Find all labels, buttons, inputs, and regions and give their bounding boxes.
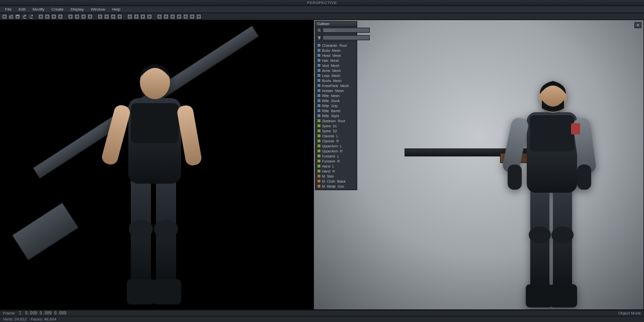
- status-coords: 0.000 0.000 0.000: [25, 311, 66, 315]
- filter-icon[interactable]: [317, 35, 321, 40]
- graph-icon[interactable]: [196, 14, 202, 20]
- outliner-item[interactable]: Spine_02: [315, 128, 357, 133]
- menu-item-help[interactable]: Help: [109, 7, 123, 12]
- outliner-item[interactable]: Rifle_Stock: [315, 98, 357, 103]
- outliner-item-label: Character_Root: [322, 44, 347, 47]
- svg-rect-11: [99, 15, 102, 18]
- outliner-item[interactable]: Legs_Mesh: [315, 73, 357, 78]
- snap-icon[interactable]: [156, 14, 163, 20]
- svg-rect-34: [100, 104, 131, 166]
- curve-icon[interactable]: [80, 14, 87, 20]
- light-icon[interactable]: [133, 14, 139, 20]
- menu-item-modify[interactable]: Modify: [30, 7, 48, 12]
- wire-icon[interactable]: [163, 14, 169, 20]
- outliner-item[interactable]: Rifle_Sight: [315, 113, 357, 118]
- outliner-filter-input[interactable]: [323, 35, 370, 40]
- outliner-item-label: M_Cloth_Black: [322, 180, 346, 183]
- viewport-right[interactable]: × Outliner Character_RootBody_MeshHead_M…: [314, 20, 644, 309]
- outliner-item[interactable]: Head_Mesh: [315, 53, 357, 58]
- outliner-item[interactable]: Rifle_Grip: [315, 103, 357, 108]
- viewport-close-button[interactable]: ×: [634, 22, 641, 28]
- svg-rect-10: [89, 15, 92, 18]
- menu-bar: FileEditModifyCreateDisplayWindowHelp: [0, 6, 644, 13]
- outliner-item[interactable]: M_Metal_Gun: [315, 184, 357, 189]
- bone-icon: [317, 144, 321, 148]
- status-bar-bottom: Verts: 24,812 Faces: 48,604: [0, 316, 644, 322]
- menu-item-create[interactable]: Create: [48, 7, 66, 12]
- outliner-item[interactable]: Boots_Mesh: [315, 78, 357, 83]
- surface-icon[interactable]: [74, 14, 80, 20]
- outliner-item-label: Rifle_Sight: [322, 114, 339, 118]
- open-icon[interactable]: [8, 14, 14, 20]
- outliner-item-label: UpperArm_L: [322, 144, 342, 148]
- outliner-item[interactable]: Arms_Mesh: [315, 68, 357, 73]
- viewport-left[interactable]: [0, 20, 314, 309]
- rotate-icon[interactable]: [51, 14, 57, 20]
- outliner-item[interactable]: Rifle_Barrel: [315, 108, 357, 113]
- outliner-item[interactable]: Forearm_R: [315, 158, 357, 164]
- outliner-item[interactable]: Forearm_L: [315, 153, 357, 158]
- svg-rect-42: [526, 284, 553, 307]
- mesh-icon[interactable]: [67, 14, 73, 20]
- outliner-item[interactable]: KneePads_Mesh: [315, 83, 357, 88]
- outliner-item-label: Rifle_Mesh: [322, 94, 340, 98]
- outliner-item[interactable]: Hand_L: [315, 164, 357, 169]
- uv-icon[interactable]: [183, 14, 189, 20]
- svg-rect-24: [191, 15, 194, 18]
- search-icon[interactable]: [317, 28, 321, 33]
- select-icon[interactable]: [38, 14, 44, 20]
- scale-icon[interactable]: [57, 14, 63, 20]
- smooth-icon[interactable]: [176, 14, 182, 20]
- outliner-item-label: Hand_L: [322, 165, 335, 168]
- outliner-item-label: Clavicle_R: [322, 139, 339, 143]
- bone-icon: [317, 159, 321, 163]
- outliner-item[interactable]: Hand_R: [315, 169, 357, 174]
- undo-icon[interactable]: [21, 14, 27, 20]
- camera-icon[interactable]: [140, 14, 146, 20]
- mesh-icon: [317, 104, 321, 108]
- svg-rect-21: [171, 15, 174, 18]
- outliner-item[interactable]: Spine_01: [315, 123, 357, 128]
- workspace: × Outliner Character_RootBody_MeshHead_M…: [0, 20, 644, 310]
- menu-item-display[interactable]: Display: [67, 7, 87, 12]
- outliner-item[interactable]: Vest_Mesh: [315, 63, 357, 68]
- outliner-search-input[interactable]: [323, 28, 370, 33]
- character-right: [482, 48, 613, 309]
- mesh-icon: [317, 78, 321, 83]
- joint-icon[interactable]: [97, 14, 103, 20]
- grid-icon[interactable]: [146, 14, 152, 20]
- redo-icon[interactable]: [28, 14, 34, 20]
- render-icon[interactable]: [127, 14, 133, 20]
- shade-icon[interactable]: [170, 14, 176, 20]
- paint-icon[interactable]: [117, 14, 123, 20]
- menu-item-window[interactable]: Window: [88, 7, 108, 12]
- new-icon[interactable]: [2, 14, 8, 20]
- svg-rect-17: [141, 15, 144, 18]
- menu-item-file[interactable]: File: [2, 7, 15, 12]
- outliner-item[interactable]: Rifle_Mesh: [315, 93, 357, 98]
- menu-item-edit[interactable]: Edit: [16, 7, 29, 12]
- mat-icon: [317, 184, 321, 188]
- outliner-item[interactable]: UpperArm_R: [315, 148, 357, 153]
- outliner-item[interactable]: Body_Mesh: [315, 48, 357, 53]
- save-icon[interactable]: [15, 14, 21, 20]
- skin-icon[interactable]: [110, 14, 116, 20]
- lattice-icon[interactable]: [87, 14, 93, 20]
- outliner-item[interactable]: Holster_Mesh: [315, 88, 357, 93]
- outliner-item-label: M_Metal_Gun: [322, 185, 344, 188]
- mesh-icon: [317, 94, 321, 98]
- mesh-icon: [317, 43, 321, 47]
- outliner-item[interactable]: Clavicle_R: [315, 138, 357, 143]
- move-icon[interactable]: [44, 14, 50, 20]
- outliner-item[interactable]: M_Skin: [315, 174, 357, 179]
- ik-icon[interactable]: [104, 14, 110, 20]
- outliner-item[interactable]: M_Cloth_Black: [315, 179, 357, 184]
- outliner-item[interactable]: Skeleton_Root: [315, 118, 357, 123]
- mesh-icon: [317, 84, 321, 88]
- outliner-item[interactable]: Hair_Mesh: [315, 58, 357, 63]
- outliner-item[interactable]: Character_Root: [315, 43, 357, 48]
- tex-icon[interactable]: [189, 14, 195, 20]
- character-left: [80, 28, 221, 309]
- outliner-item[interactable]: UpperArm_L: [315, 143, 357, 148]
- outliner-item[interactable]: Clavicle_L: [315, 133, 357, 138]
